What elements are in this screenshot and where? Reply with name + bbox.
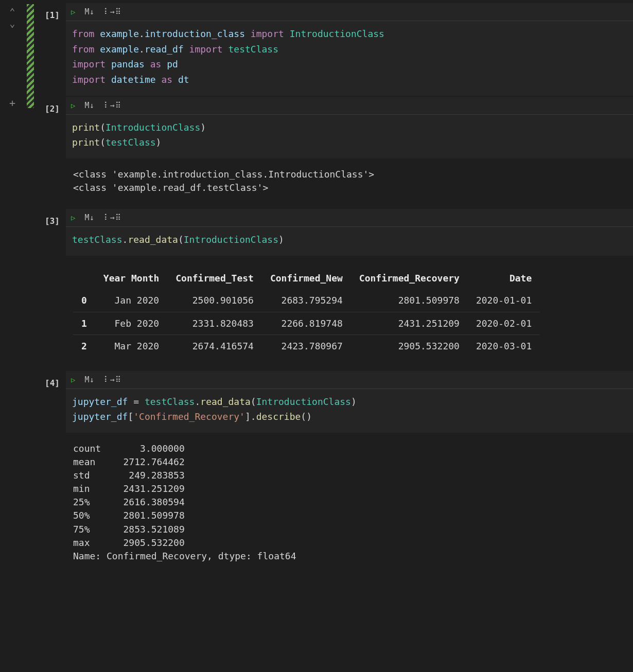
- cell-output: <class 'example.introduction_class.Intro…: [66, 158, 633, 208]
- run-cell-icon[interactable]: ▷: [71, 101, 75, 110]
- code-input[interactable]: from example.introduction_class import I…: [66, 21, 633, 96]
- notebook-cell: [2] ▷ M↓ ⠇→⠿ print(IntroductionClass) pr…: [36, 97, 633, 208]
- table-header: [73, 267, 95, 289]
- cell-toolbar: ▷ M↓ ⠇→⠿: [66, 97, 633, 115]
- table-cell: 2020-01-01: [468, 289, 540, 312]
- table-cell: Jan 2020: [95, 289, 167, 312]
- row-index: 0: [73, 289, 95, 312]
- markdown-button[interactable]: M↓: [84, 101, 94, 110]
- execution-label: [2]: [36, 97, 66, 114]
- table-cell: 2431.251209: [351, 312, 468, 334]
- table-cell: 2905.532200: [351, 335, 468, 358]
- notebook-cell: [3] ▷ M↓ ⠇→⠿ testClass.read_data(Introdu…: [36, 209, 633, 369]
- table-row: 1Feb 20202331.8204832266.8197482431.2512…: [73, 312, 540, 334]
- gutter: ⌃ ⌄ +: [0, 0, 25, 672]
- add-cell-button[interactable]: +: [9, 97, 15, 109]
- table-cell: 2020-03-01: [468, 335, 540, 358]
- table-cell: 2020-02-01: [468, 312, 540, 334]
- execution-label: [4]: [36, 371, 66, 388]
- cell-modified-stripe: [27, 4, 34, 108]
- run-cell-icon[interactable]: ▷: [71, 8, 75, 16]
- table-cell: 2266.819748: [262, 312, 351, 334]
- table-cell: 2683.795294: [262, 289, 351, 312]
- notebook-cells: [1] ▷ M↓ ⠇→⠿ from example.introduction_c…: [36, 0, 633, 577]
- dataframe-output: Year MonthConfirmed_TestConfirmed_NewCon…: [66, 256, 633, 370]
- cell-body: ▷ M↓ ⠇→⠿ from example.introduction_class…: [66, 3, 633, 96]
- table-row: 2Mar 20202674.4165742423.7809672905.5322…: [73, 335, 540, 358]
- table-header: Confirmed_Test: [167, 267, 262, 289]
- markdown-button[interactable]: M↓: [84, 7, 94, 16]
- cell-toolbar: ▷ M↓ ⠇→⠿: [66, 209, 633, 227]
- split-cell-icon[interactable]: ⠇→⠿: [104, 375, 121, 384]
- cell-body: ▷ M↓ ⠇→⠿ jupyter_df = testClass.read_dat…: [66, 371, 633, 576]
- table-cell: 2423.780967: [262, 335, 351, 358]
- cell-body: ▷ M↓ ⠇→⠿ print(IntroductionClass) print(…: [66, 97, 633, 208]
- notebook-cell: [4] ▷ M↓ ⠇→⠿ jupyter_df = testClass.read…: [36, 371, 633, 576]
- cell-toolbar: ▷ M↓ ⠇→⠿: [66, 371, 633, 389]
- split-cell-icon[interactable]: ⠇→⠿: [104, 101, 121, 110]
- move-up-icon[interactable]: ⌃: [10, 6, 15, 17]
- split-cell-icon[interactable]: ⠇→⠿: [104, 213, 121, 222]
- run-cell-icon[interactable]: ▷: [71, 376, 75, 384]
- split-cell-icon[interactable]: ⠇→⠿: [104, 7, 121, 16]
- cell-body: ▷ M↓ ⠇→⠿ testClass.read_data(Introductio…: [66, 209, 633, 369]
- markdown-button[interactable]: M↓: [84, 213, 94, 222]
- cell-output: count 3.000000 mean 2712.764462 std 249.…: [66, 433, 633, 576]
- row-index: 2: [73, 335, 95, 358]
- code-input[interactable]: print(IntroductionClass) print(testClass…: [66, 115, 633, 158]
- code-input[interactable]: jupyter_df = testClass.read_data(Introdu…: [66, 389, 633, 433]
- execution-label: [3]: [36, 209, 66, 226]
- table-cell: 2331.820483: [167, 312, 262, 334]
- table-cell: 2801.509978: [351, 289, 468, 312]
- table-header: Confirmed_New: [262, 267, 351, 289]
- table-cell: Feb 2020: [95, 312, 167, 334]
- notebook-cell: [1] ▷ M↓ ⠇→⠿ from example.introduction_c…: [36, 3, 633, 96]
- move-down-icon[interactable]: ⌄: [10, 18, 15, 29]
- run-cell-icon[interactable]: ▷: [71, 214, 75, 222]
- row-index: 1: [73, 312, 95, 334]
- table-cell: Mar 2020: [95, 335, 167, 358]
- markdown-button[interactable]: M↓: [84, 375, 94, 384]
- table-row: 0Jan 20202500.9010562683.7952942801.5099…: [73, 289, 540, 312]
- table-header: Confirmed_Recovery: [351, 267, 468, 289]
- table-cell: 2674.416574: [167, 335, 262, 358]
- code-input[interactable]: testClass.read_data(IntroductionClass): [66, 227, 633, 256]
- cell-toolbar: ▷ M↓ ⠇→⠿: [66, 3, 633, 21]
- execution-label: [1]: [36, 3, 66, 20]
- table-cell: 2500.901056: [167, 289, 262, 312]
- table-header: Date: [468, 267, 540, 289]
- table-header: Year Month: [95, 267, 167, 289]
